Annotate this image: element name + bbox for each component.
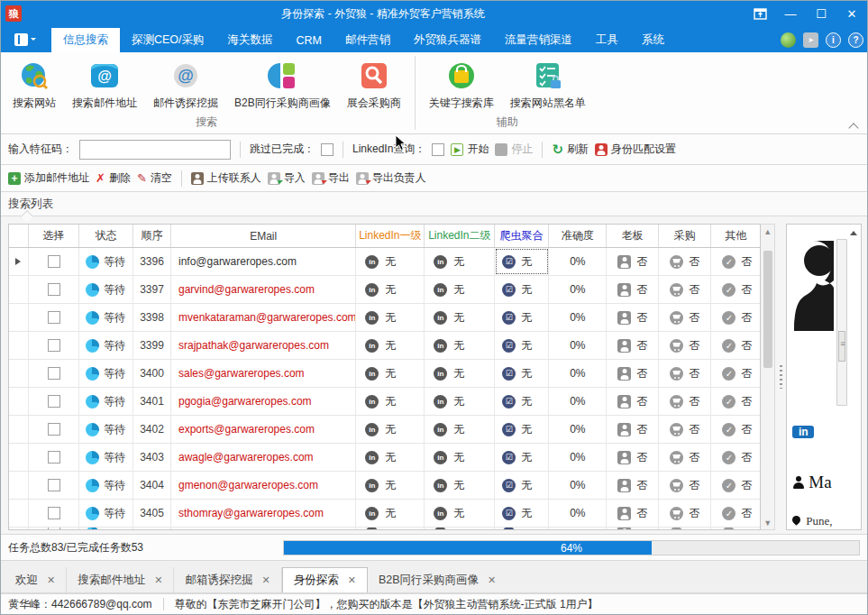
row-checkbox[interactable]: [48, 395, 60, 408]
service-globe-icon[interactable]: [781, 32, 796, 48]
minimize-button[interactable]: —: [775, 1, 806, 26]
maximize-button[interactable]: ☐: [806, 1, 836, 26]
website-blacklist-button[interactable]: 搜索网站黑名单: [502, 58, 594, 114]
close-tab-icon[interactable]: [488, 574, 496, 586]
info-icon[interactable]: i: [826, 32, 841, 48]
table-row[interactable]: 等待 3405 sthomray@garwareropes.com 无 无 无 …: [9, 500, 760, 528]
upload-contacts-button[interactable]: 上传联系人: [191, 170, 261, 186]
import-person-icon: [268, 172, 280, 185]
search-email-button[interactable]: @ 搜索邮件地址: [64, 58, 145, 114]
status-bar: 黄华峰：442666789@qq.com 尊敬的【东莞市芝麻开门公司】，您购买的…: [1, 593, 867, 614]
header-order[interactable]: 顺序: [133, 225, 171, 247]
stop-button[interactable]: 停止: [495, 142, 533, 157]
skip-completed-checkbox[interactable]: [321, 143, 333, 156]
menu-tab-arsenal[interactable]: 外贸狼兵器谱: [402, 28, 493, 52]
table-row[interactable]: 等待 3404 gmenon@garwareropes.com 无 无 无 0%…: [9, 472, 760, 500]
identity-match-settings-button[interactable]: 身份匹配设置: [595, 142, 676, 157]
search-website-button[interactable]: 搜索网站: [5, 58, 64, 114]
search-list-tab[interactable]: 搜索列表: [8, 197, 53, 212]
close-tab-icon[interactable]: [154, 574, 162, 586]
menu-tab-ceo-purchase[interactable]: 探测CEO/采购: [120, 28, 216, 52]
doc-tab-welcome[interactable]: 欢迎: [5, 567, 67, 592]
row-checkbox[interactable]: [48, 311, 60, 324]
doc-tab-mailbox-mining[interactable]: 邮箱诱探挖掘: [174, 567, 281, 592]
menu-tab-customs-data[interactable]: 海关数据: [216, 28, 285, 52]
delete-x-icon: ✗: [96, 171, 105, 185]
menu-tab-system[interactable]: 系统: [630, 28, 676, 52]
header-status[interactable]: 状态: [79, 225, 133, 247]
pin-top-icon[interactable]: [745, 1, 775, 26]
table-row[interactable]: 等待 3403 awagle@garwareropes.com 无 无 无 0%…: [9, 444, 760, 472]
menu-tab-traffic-channel[interactable]: 流量营销渠道: [493, 28, 584, 52]
app-menu-button[interactable]: [6, 28, 44, 50]
panel-vertical-scrollbar[interactable]: [836, 239, 847, 406]
linkedin-badge-icon[interactable]: in: [792, 426, 814, 438]
linkedin-icon: [434, 311, 447, 325]
row-checkbox[interactable]: [48, 255, 60, 268]
scroll-down-icon[interactable]: ▼: [762, 516, 774, 529]
table-row[interactable]: 等待 3400 sales@garwareropes.com 无 无 无 0% …: [9, 360, 760, 388]
row-checkbox[interactable]: [48, 479, 60, 491]
header-crawler[interactable]: 爬虫聚合: [495, 225, 549, 247]
table-row[interactable]: 等待 3398 mvenkataraman@garwareropes.com 无…: [9, 304, 760, 332]
boss-icon: [617, 255, 631, 269]
mouse-cursor: [395, 134, 407, 151]
table-row[interactable]: 等待 3402 exports@garwareropes.com 无 无 无 0…: [9, 416, 760, 444]
feature-code-input[interactable]: [79, 140, 231, 160]
doc-tab-b2b-profile[interactable]: B2B同行采购商画像: [368, 567, 507, 592]
menu-tab-crm[interactable]: CRM: [285, 28, 333, 52]
help-icon[interactable]: ?: [848, 32, 863, 48]
scrollbar-thumb[interactable]: [763, 251, 772, 368]
feedback-icon[interactable]: ➤: [803, 32, 818, 48]
delete-button[interactable]: ✗删除: [96, 170, 131, 186]
b2b-buyer-profile-button[interactable]: B2B同行采购商画像: [226, 58, 339, 114]
grid-vertical-scrollbar[interactable]: ▲ ▼: [761, 224, 775, 530]
refresh-button[interactable]: ↻刷新: [552, 142, 589, 158]
doc-tab-search-email[interactable]: 搜索邮件地址: [67, 567, 174, 592]
panel-scroll-up-icon[interactable]: [850, 227, 857, 235]
row-checkbox[interactable]: [48, 507, 60, 519]
table-row[interactable]: 等待 3401 pgogia@garwareropes.com 无 无 无 0%…: [9, 388, 760, 416]
header-select[interactable]: 选择: [29, 225, 79, 247]
close-tab-icon[interactable]: [47, 574, 55, 586]
ribbon-group-label-search: 搜索: [1, 115, 413, 133]
header-boss[interactable]: 老板: [607, 225, 659, 247]
keyword-library-button[interactable]: 关键字搜索库: [421, 58, 502, 114]
menu-tab-email-marketing[interactable]: 邮件营销: [333, 28, 402, 52]
table-row[interactable]: 等待 3396 info@garwareropes.com 无 无 无 0% 否…: [9, 248, 760, 276]
close-button[interactable]: ✕: [836, 1, 867, 26]
row-checkbox[interactable]: [48, 339, 60, 352]
header-email[interactable]: EMail: [171, 225, 356, 247]
linkedin-query-checkbox[interactable]: [432, 143, 444, 156]
row-checkbox[interactable]: [48, 423, 60, 436]
scroll-up-icon[interactable]: ▲: [762, 225, 774, 238]
header-other[interactable]: 其他: [711, 225, 760, 247]
header-linkedin2[interactable]: LinkedIn二级: [425, 225, 495, 247]
exhibition-buyer-button[interactable]: 展会采购商: [339, 58, 409, 114]
panel-scrollbar-thumb[interactable]: [838, 331, 845, 362]
row-checkbox[interactable]: [48, 451, 60, 464]
menu-tab-tools[interactable]: 工具: [584, 28, 630, 52]
table-row[interactable]: 等待 3397 garvind@garwareropes.com 无 无 无 0…: [9, 276, 760, 304]
header-accuracy[interactable]: 准确度: [549, 225, 607, 247]
ribbon-group-assist: 关键字搜索库 搜索网站黑名单 辅助: [417, 52, 598, 133]
email-cell: info@garwareropes.com: [171, 248, 356, 275]
email-lure-mining-button[interactable]: @ 邮件诱探挖掘: [145, 58, 226, 114]
collapse-ribbon-icon[interactable]: [850, 123, 858, 128]
export-button[interactable]: 导出: [312, 170, 350, 186]
clear-button[interactable]: ✎清空: [137, 170, 172, 186]
export-owner-button[interactable]: 导出负责人: [356, 170, 426, 186]
import-button[interactable]: 导入: [268, 170, 306, 186]
header-linkedin1[interactable]: LinkedIn一级: [356, 225, 425, 247]
panel-splitter[interactable]: [775, 224, 786, 530]
header-purchase[interactable]: 采购: [659, 225, 711, 247]
row-checkbox[interactable]: [48, 367, 60, 380]
close-tab-icon[interactable]: [348, 574, 356, 586]
add-email-button[interactable]: +添加邮件地址: [8, 170, 89, 186]
table-row[interactable]: 等待 3399 srajpathak@garwareropes.com 无 无 …: [9, 332, 760, 360]
doc-tab-identity-explore[interactable]: 身份探索: [282, 567, 368, 592]
menu-tab-info-search[interactable]: 信息搜索: [51, 28, 120, 52]
row-checkbox[interactable]: [48, 283, 60, 296]
close-tab-icon[interactable]: [261, 574, 270, 586]
start-button[interactable]: ▶开始: [451, 142, 489, 157]
